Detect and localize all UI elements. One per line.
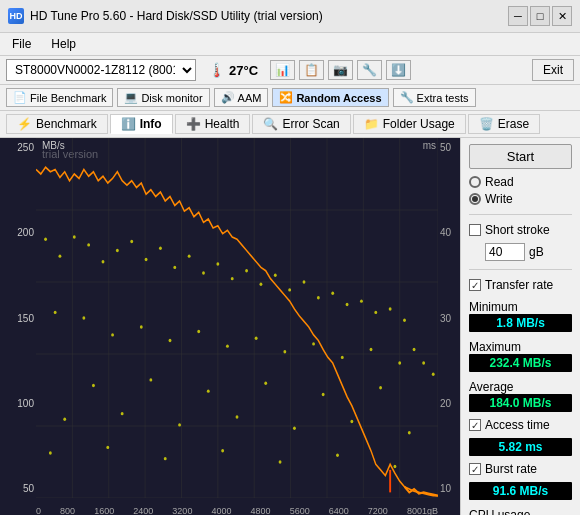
chart-area: MB/s ms trial version 250 200 150 100 50… (0, 138, 460, 515)
svg-point-28 (202, 271, 205, 274)
extra-tests-icon: 🔧 (400, 91, 414, 104)
svg-point-78 (393, 465, 396, 468)
divider-1 (469, 214, 572, 215)
maximum-stat: Maximum 232.4 MB/s (469, 338, 572, 372)
aam-icon: 🔊 (221, 91, 235, 104)
access-time-checkbox-row[interactable]: ✓ Access time (469, 418, 572, 432)
svg-point-31 (245, 269, 248, 272)
right-panel: Start Read Write Short stroke gB ✓ Trans… (460, 138, 580, 515)
svg-point-54 (283, 350, 286, 353)
extra-tests-button[interactable]: 🔧 Extra tests (393, 88, 476, 107)
icon-btn-4[interactable]: 🔧 (357, 60, 382, 80)
window-controls: ─ □ ✕ (508, 6, 572, 26)
short-stroke-checkbox-row[interactable]: Short stroke (469, 223, 572, 237)
write-radio-button[interactable] (469, 193, 481, 205)
disk-selector[interactable]: ST8000VN0002-1Z8112 (8001 gB) (6, 59, 196, 81)
disk-monitor-button[interactable]: 💻 Disk monitor (117, 88, 209, 107)
maximize-button[interactable]: □ (530, 6, 550, 26)
svg-point-26 (173, 266, 176, 269)
svg-point-60 (149, 378, 152, 381)
temp-value: 27°C (229, 63, 258, 78)
error-scan-icon: 🔍 (263, 117, 278, 131)
svg-point-23 (130, 240, 133, 243)
toolbar-row1: ST8000VN0002-1Z8112 (8001 gB) 🌡️ 27°C 📊 … (0, 56, 580, 85)
access-time-checkbox[interactable]: ✓ (469, 419, 481, 431)
svg-point-57 (370, 348, 373, 351)
menu-help[interactable]: Help (47, 35, 80, 53)
svg-point-65 (63, 418, 66, 421)
svg-point-67 (178, 423, 181, 426)
svg-point-38 (346, 303, 349, 306)
svg-point-33 (274, 274, 277, 277)
start-button[interactable]: Start (469, 144, 572, 169)
svg-point-51 (197, 330, 200, 333)
tab-info[interactable]: ℹ️ Info (110, 114, 173, 134)
svg-point-49 (140, 325, 143, 328)
x-axis-labels: 0 800 1600 2400 3200 4000 4800 5600 6400… (36, 506, 438, 515)
svg-point-30 (231, 277, 234, 280)
icon-btn-2[interactable]: 📋 (299, 60, 324, 80)
menu-file[interactable]: File (8, 35, 35, 53)
icon-btn-5[interactable]: ⬇️ (386, 60, 411, 80)
random-access-button[interactable]: 🔀 Random Access (272, 88, 388, 107)
svg-point-76 (279, 460, 282, 463)
info-icon: ℹ️ (121, 117, 136, 131)
svg-point-69 (293, 427, 296, 430)
tab-erase[interactable]: 🗑️ Erase (468, 114, 540, 134)
chart-canvas (36, 138, 438, 498)
aam-button[interactable]: 🔊 AAM (214, 88, 269, 107)
exit-button[interactable]: Exit (532, 59, 574, 81)
icon-btn-1[interactable]: 📊 (270, 60, 295, 80)
burst-rate-checkbox-row[interactable]: ✓ Burst rate (469, 462, 572, 476)
svg-point-17 (44, 238, 47, 241)
svg-point-53 (255, 337, 258, 340)
minimize-button[interactable]: ─ (508, 6, 528, 26)
stroke-value-row: gB (485, 243, 572, 261)
y-axis-right: 50 40 30 20 10 (438, 138, 460, 498)
minimum-stat: Minimum 1.8 MB/s (469, 298, 572, 332)
svg-point-29 (216, 262, 219, 265)
tab-health[interactable]: ➕ Health (175, 114, 251, 134)
svg-point-43 (413, 348, 416, 351)
svg-point-32 (259, 283, 262, 286)
svg-point-58 (398, 361, 401, 364)
icon-btn-3[interactable]: 📷 (328, 60, 353, 80)
svg-point-61 (207, 389, 210, 392)
window-title: HD Tune Pro 5.60 - Hard Disk/SSD Utility… (30, 9, 323, 23)
tab-benchmark[interactable]: ⚡ Benchmark (6, 114, 108, 134)
svg-point-25 (159, 247, 162, 250)
file-benchmark-button[interactable]: 📄 File Benchmark (6, 88, 113, 107)
read-radio[interactable]: Read (469, 175, 572, 189)
tab-row: ⚡ Benchmark ℹ️ Info ➕ Health 🔍 Error Sca… (0, 111, 580, 138)
svg-point-46 (54, 311, 57, 314)
svg-point-18 (58, 254, 61, 257)
tab-folder-usage[interactable]: 📁 Folder Usage (353, 114, 466, 134)
svg-point-59 (92, 384, 95, 387)
svg-point-35 (303, 280, 306, 283)
write-radio[interactable]: Write (469, 192, 572, 206)
svg-point-66 (121, 412, 124, 415)
svg-point-42 (403, 319, 406, 322)
stroke-input[interactable] (485, 243, 525, 261)
read-write-radio-group: Read Write (469, 175, 572, 206)
transfer-rate-checkbox-row[interactable]: ✓ Transfer rate (469, 278, 572, 292)
svg-point-44 (422, 361, 425, 364)
average-stat: Average 184.0 MB/s (469, 378, 572, 412)
svg-point-40 (374, 311, 377, 314)
read-radio-button[interactable] (469, 176, 481, 188)
transfer-rate-checkbox[interactable]: ✓ (469, 279, 481, 291)
svg-point-20 (87, 243, 90, 246)
thermometer-icon: 🌡️ (208, 62, 225, 78)
svg-point-68 (236, 415, 239, 418)
temperature-display: 🌡️ 27°C (208, 62, 258, 78)
burst-rate-checkbox[interactable]: ✓ (469, 463, 481, 475)
svg-point-64 (379, 386, 382, 389)
file-benchmark-icon: 📄 (13, 91, 27, 104)
performance-chart (36, 138, 438, 498)
short-stroke-checkbox[interactable] (469, 224, 481, 236)
svg-point-75 (221, 449, 224, 452)
svg-point-45 (432, 373, 435, 376)
tab-error-scan[interactable]: 🔍 Error Scan (252, 114, 350, 134)
title-bar: HD HD Tune Pro 5.60 - Hard Disk/SSD Util… (0, 0, 580, 33)
close-button[interactable]: ✕ (552, 6, 572, 26)
